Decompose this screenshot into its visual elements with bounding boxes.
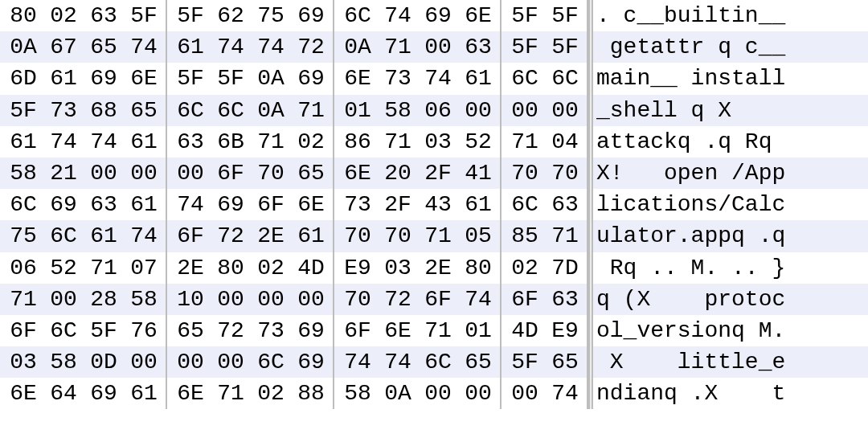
hex-byte[interactable]: 43 — [418, 189, 458, 220]
hex-byte[interactable]: 5F — [170, 0, 211, 31]
hex-byte[interactable]: 71 — [84, 252, 124, 284]
hex-byte[interactable]: 00 — [84, 158, 124, 189]
hex-byte[interactable]: 76 — [124, 315, 164, 346]
hex-byte[interactable]: 72 — [378, 284, 418, 315]
hex-byte[interactable]: 41 — [458, 158, 498, 189]
hex-byte[interactable]: 74 — [338, 346, 378, 378]
hex-byte[interactable]: 6E — [124, 63, 164, 94]
ascii-text[interactable]: X! open /App — [593, 158, 868, 189]
hex-byte[interactable]: 69 — [291, 346, 331, 378]
hex-byte[interactable]: E9 — [338, 252, 378, 284]
hex-byte[interactable]: 00 — [124, 158, 164, 189]
hex-byte[interactable]: 00 — [43, 284, 84, 315]
hex-byte[interactable]: 00 — [505, 378, 545, 409]
hex-byte[interactable]: 63 — [458, 31, 498, 63]
hex-byte[interactable]: 69 — [43, 189, 84, 220]
hex-byte[interactable]: 71 — [378, 126, 418, 158]
hex-byte[interactable]: 80 — [211, 252, 251, 284]
hex-byte[interactable]: 75 — [251, 0, 291, 31]
ascii-text[interactable]: ol_versionq M. — [593, 315, 868, 346]
hex-byte[interactable]: 28 — [84, 284, 124, 315]
hex-byte[interactable]: 61 — [458, 189, 498, 220]
hex-byte[interactable]: 65 — [291, 158, 331, 189]
ascii-text[interactable]: X little_e — [593, 346, 868, 378]
ascii-text[interactable]: . c__builtin__ — [593, 0, 868, 31]
hex-byte[interactable]: 00 — [211, 346, 251, 378]
hex-byte[interactable]: 71 — [418, 220, 458, 252]
hex-byte[interactable]: 6E — [378, 315, 418, 346]
hex-byte[interactable]: 5F — [545, 0, 585, 31]
hex-byte[interactable]: 86 — [338, 126, 378, 158]
hex-byte[interactable]: 6C — [43, 220, 84, 252]
hex-byte[interactable]: 71 — [545, 220, 585, 252]
hex-byte[interactable]: 07 — [124, 252, 164, 284]
hex-byte[interactable]: 61 — [170, 31, 211, 63]
hex-byte[interactable]: 63 — [84, 0, 124, 31]
hex-byte[interactable]: 73 — [43, 95, 84, 126]
hex-byte[interactable]: 2E — [418, 252, 458, 284]
hex-byte[interactable]: 71 — [211, 378, 251, 409]
hex-byte[interactable]: 6C — [211, 95, 251, 126]
hex-byte[interactable]: 7D — [545, 252, 585, 284]
hex-byte[interactable]: 71 — [418, 315, 458, 346]
hex-byte[interactable]: 00 — [211, 284, 251, 315]
ascii-text[interactable]: attackq .q Rq — [593, 126, 868, 158]
hex-byte[interactable]: 58 — [378, 95, 418, 126]
hex-byte[interactable]: 70 — [338, 284, 378, 315]
hex-byte[interactable]: 6E — [338, 158, 378, 189]
hex-byte[interactable]: 71 — [251, 126, 291, 158]
hex-byte[interactable]: 65 — [545, 346, 585, 378]
hex-byte[interactable]: 0D — [84, 346, 124, 378]
hex-byte[interactable]: 65 — [170, 315, 211, 346]
hex-byte[interactable]: 88 — [291, 378, 331, 409]
hex-byte[interactable]: 6F — [418, 284, 458, 315]
hex-byte[interactable]: 70 — [505, 158, 545, 189]
hex-byte[interactable]: 69 — [291, 0, 331, 31]
hex-byte[interactable]: 21 — [43, 158, 84, 189]
hex-byte[interactable]: 04 — [545, 126, 585, 158]
hex-byte[interactable]: 61 — [124, 189, 164, 220]
hex-byte[interactable]: 74 — [458, 284, 498, 315]
hex-byte[interactable]: 00 — [291, 284, 331, 315]
hex-byte[interactable]: 6C — [545, 63, 585, 94]
hex-byte[interactable]: 6F — [505, 284, 545, 315]
hex-byte[interactable]: E9 — [545, 315, 585, 346]
hex-byte[interactable]: 6F — [338, 315, 378, 346]
hex-byte[interactable]: 5F — [84, 315, 124, 346]
hex-byte[interactable]: 70 — [251, 158, 291, 189]
hex-byte[interactable]: 52 — [43, 252, 84, 284]
hex-byte[interactable]: 5F — [505, 31, 545, 63]
hex-byte[interactable]: 5F — [211, 63, 251, 94]
hex-byte[interactable]: 0A — [338, 31, 378, 63]
hex-byte[interactable]: 75 — [3, 220, 43, 252]
hex-byte[interactable]: 80 — [458, 252, 498, 284]
hex-byte[interactable]: 65 — [124, 95, 164, 126]
hex-byte[interactable]: 62 — [211, 0, 251, 31]
hex-byte[interactable]: 74 — [378, 346, 418, 378]
hex-byte[interactable]: 80 — [3, 0, 43, 31]
hex-byte[interactable]: 01 — [458, 315, 498, 346]
hex-byte[interactable]: 05 — [458, 220, 498, 252]
hex-byte[interactable]: 68 — [84, 95, 124, 126]
ascii-text[interactable]: ndianq .X t — [593, 378, 868, 409]
hex-byte[interactable]: 20 — [378, 158, 418, 189]
hex-byte[interactable]: 00 — [124, 346, 164, 378]
hex-byte[interactable]: 00 — [545, 95, 585, 126]
hex-byte[interactable]: 63 — [84, 189, 124, 220]
hex-byte[interactable]: 64 — [43, 378, 84, 409]
hex-byte[interactable]: 73 — [338, 189, 378, 220]
hex-byte[interactable]: 03 — [3, 346, 43, 378]
hex-byte[interactable]: 85 — [505, 220, 545, 252]
hex-byte[interactable]: 58 — [3, 158, 43, 189]
hex-byte[interactable]: 74 — [124, 31, 164, 63]
hex-byte[interactable]: 74 — [170, 189, 211, 220]
hex-byte[interactable]: 0A — [251, 63, 291, 94]
hex-byte[interactable]: 5F — [124, 0, 164, 31]
hex-byte[interactable]: 73 — [378, 63, 418, 94]
hex-byte[interactable]: 61 — [291, 220, 331, 252]
hex-byte[interactable]: 00 — [170, 158, 211, 189]
hex-byte[interactable]: 00 — [505, 95, 545, 126]
hex-byte[interactable]: 73 — [251, 315, 291, 346]
hex-byte[interactable]: 70 — [545, 158, 585, 189]
hex-byte[interactable]: 6C — [43, 315, 84, 346]
